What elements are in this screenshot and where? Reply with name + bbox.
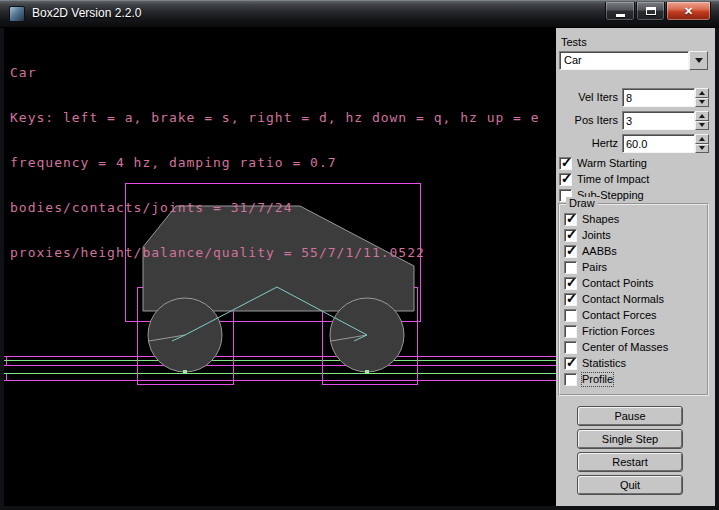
arrow-up-icon bbox=[699, 91, 705, 95]
pairs-checkbox[interactable] bbox=[564, 261, 577, 274]
arrow-up-icon bbox=[699, 114, 705, 118]
joints-checkbox[interactable] bbox=[564, 229, 577, 242]
aabbs-label: AABBs bbox=[582, 245, 617, 258]
warm-starting-label: Warm Starting bbox=[577, 157, 647, 170]
app-icon bbox=[9, 6, 25, 22]
arrow-up-icon bbox=[699, 137, 705, 141]
shapes-label: Shapes bbox=[582, 213, 619, 226]
arrow-down-icon bbox=[699, 123, 705, 127]
vel-iters-label: Vel Iters bbox=[556, 88, 618, 107]
time-of-impact-checkbox[interactable] bbox=[559, 173, 572, 186]
contact-forces-checkbox[interactable] bbox=[564, 309, 577, 322]
contact-points-checkbox[interactable] bbox=[564, 277, 577, 290]
vel-iters-input[interactable] bbox=[622, 88, 695, 107]
shapes-checkbox[interactable] bbox=[564, 213, 577, 226]
keys-help-text: Keys: left = a, brake = s, right = d, hz… bbox=[10, 110, 540, 125]
quit-button[interactable]: Quit bbox=[577, 475, 683, 495]
pos-iters-input[interactable] bbox=[622, 111, 695, 130]
spinner-down-button[interactable] bbox=[695, 121, 709, 131]
chevron-down-icon bbox=[695, 58, 703, 63]
contact-normals-checkbox[interactable] bbox=[564, 293, 577, 306]
contact-forces-label: Contact Forces bbox=[582, 309, 657, 322]
window-title: Box2D Version 2.2.0 bbox=[32, 0, 141, 27]
titlebar[interactable]: Box2D Version 2.2.0 ✕ bbox=[0, 0, 719, 28]
spinner-up-button[interactable] bbox=[695, 88, 709, 98]
bodies-stats-text: bodies/contacts/joints = 31/7/24 bbox=[10, 200, 540, 215]
joints-label: Joints bbox=[582, 229, 611, 242]
friction-forces-label: Friction Forces bbox=[582, 325, 655, 338]
draw-group-title: Draw bbox=[566, 197, 598, 210]
hertz-label: Hertz bbox=[556, 134, 618, 153]
contact-points-label: Contact Points bbox=[582, 277, 654, 290]
control-panel: Tests Car Vel Iters Pos Iters bbox=[556, 28, 715, 506]
hertz-row: Hertz bbox=[556, 134, 715, 153]
pos-iters-row: Pos Iters bbox=[556, 111, 715, 130]
spinner-up-button[interactable] bbox=[695, 111, 709, 121]
time-of-impact-label: Time of Impact bbox=[577, 173, 649, 186]
restart-button[interactable]: Restart bbox=[577, 452, 683, 472]
tests-dropdown-button[interactable] bbox=[689, 51, 708, 70]
aabbs-checkbox[interactable] bbox=[564, 245, 577, 258]
close-icon: ✕ bbox=[684, 6, 693, 17]
maximize-button[interactable] bbox=[636, 2, 665, 21]
proxies-stats-text: proxies/height/balance/quality = 55/7/1/… bbox=[10, 245, 540, 260]
app-window: Box2D Version 2.2.0 ✕ bbox=[0, 0, 719, 510]
tests-label: Tests bbox=[561, 36, 587, 48]
single-step-button[interactable]: Single Step bbox=[577, 429, 683, 449]
test-title-text: Car bbox=[10, 65, 540, 80]
pos-iters-label: Pos Iters bbox=[556, 111, 618, 130]
maximize-icon bbox=[646, 7, 656, 15]
arrow-down-icon bbox=[699, 100, 705, 104]
vel-iters-row: Vel Iters bbox=[556, 88, 715, 107]
ground-edges bbox=[4, 360, 556, 373]
pos-iters-spinner bbox=[695, 111, 709, 130]
spinner-down-button[interactable] bbox=[695, 98, 709, 108]
hertz-spinner bbox=[695, 134, 709, 153]
friction-forces-checkbox[interactable] bbox=[564, 325, 577, 338]
pause-button[interactable]: Pause bbox=[577, 406, 683, 426]
profile-checkbox[interactable] bbox=[564, 373, 577, 386]
close-button[interactable]: ✕ bbox=[666, 2, 711, 21]
debug-text-overlay: Car Keys: left = a, brake = s, right = d… bbox=[10, 35, 540, 290]
minimize-icon bbox=[616, 14, 625, 17]
window-controls: ✕ bbox=[605, 2, 711, 21]
draw-group: Draw Shapes Joints AABBs Pairs bbox=[558, 203, 709, 396]
vel-iters-spinner bbox=[695, 88, 709, 107]
spinner-down-button[interactable] bbox=[695, 144, 709, 154]
arrow-down-icon bbox=[699, 146, 705, 150]
statistics-label: Statistics bbox=[582, 357, 626, 370]
minimize-button[interactable] bbox=[605, 2, 635, 21]
spinner-up-button[interactable] bbox=[695, 134, 709, 144]
pairs-label: Pairs bbox=[582, 261, 607, 274]
window-content: Car Keys: left = a, brake = s, right = d… bbox=[4, 28, 715, 506]
frequency-text: frequency = 4 hz, damping ratio = 0.7 bbox=[10, 155, 540, 170]
tests-dropdown[interactable]: Car bbox=[559, 51, 689, 70]
contact-normals-label: Contact Normals bbox=[582, 293, 664, 306]
center-of-masses-label: Center of Masses bbox=[582, 341, 668, 354]
hertz-input[interactable] bbox=[622, 134, 695, 153]
profile-label: Profile bbox=[582, 373, 613, 386]
simulation-canvas[interactable]: Car Keys: left = a, brake = s, right = d… bbox=[4, 28, 556, 506]
center-of-masses-checkbox[interactable] bbox=[564, 341, 577, 354]
warm-starting-checkbox[interactable] bbox=[559, 157, 572, 170]
statistics-checkbox[interactable] bbox=[564, 357, 577, 370]
